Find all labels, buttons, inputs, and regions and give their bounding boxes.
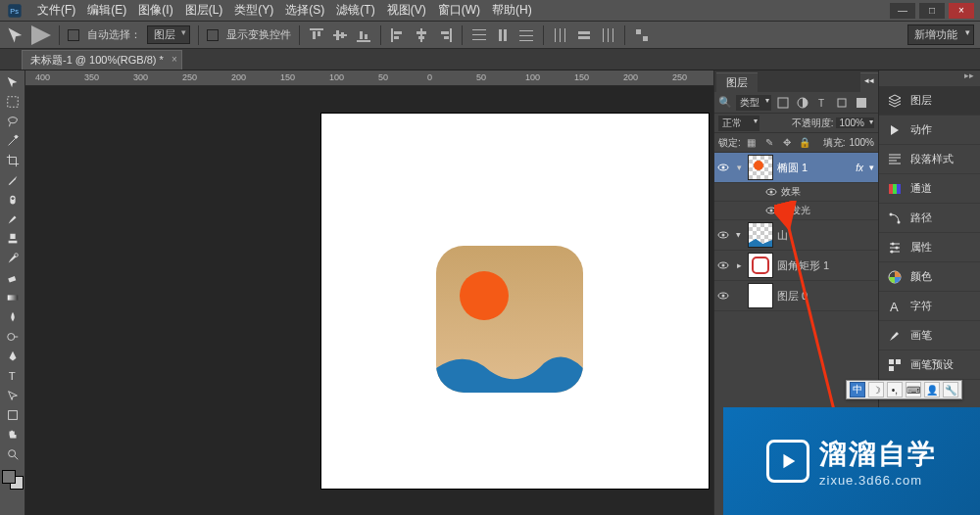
tool-pen[interactable] — [2, 347, 24, 366]
panel-icon-paragraph-styles[interactable]: 段落样式 — [879, 145, 980, 174]
expand-icon[interactable]: ▾ — [734, 163, 744, 172]
lock-all-icon[interactable]: 🔒 — [798, 136, 811, 150]
tool-stamp[interactable] — [2, 229, 24, 249]
minimize-button[interactable]: — — [890, 3, 915, 19]
filter-adjust-icon[interactable] — [795, 95, 810, 111]
layer-row-roundrect[interactable]: ▸ 圆角矩形 1 — [714, 251, 878, 281]
opacity-value[interactable]: 100% — [836, 117, 874, 128]
dist-left-icon[interactable] — [552, 26, 569, 44]
align-top-icon[interactable] — [308, 26, 325, 44]
layer-name[interactable]: 椭圆 1 — [777, 161, 852, 175]
ime-skin-icon[interactable]: 👤 — [924, 382, 940, 398]
fx-chevron-icon[interactable]: ▾ — [869, 163, 874, 172]
dist-right-icon[interactable] — [599, 26, 616, 44]
close-icon[interactable]: × — [172, 54, 177, 65]
panel-icon-properties[interactable]: 属性 — [879, 233, 980, 262]
panel-icon-layers[interactable]: 图层 — [879, 86, 980, 116]
tool-zoom[interactable] — [2, 445, 24, 464]
filter-icon[interactable]: 🔍 — [718, 96, 732, 109]
layer-row-background[interactable]: 图层 0 — [714, 281, 878, 311]
menu-filter[interactable]: 滤镜(T) — [330, 0, 380, 21]
tool-brush[interactable] — [2, 210, 24, 229]
color-swatches[interactable] — [0, 468, 24, 492]
tool-gradient[interactable] — [2, 288, 24, 307]
tool-hand[interactable] — [2, 425, 24, 445]
fx-badge[interactable]: fx — [856, 163, 863, 173]
foreground-swatch[interactable] — [2, 470, 16, 484]
tool-lasso[interactable] — [2, 112, 24, 131]
ime-punct-icon[interactable]: •, — [887, 382, 903, 398]
show-transform-checkbox[interactable] — [207, 29, 219, 41]
tool-eyedropper[interactable] — [2, 170, 24, 190]
align-vcenter-icon[interactable] — [331, 26, 349, 44]
filter-type-dropdown[interactable]: 类型 — [736, 95, 771, 111]
panel-icon-paths[interactable]: 路径 — [879, 204, 980, 233]
expand-panels-icon[interactable]: ▸▸ — [879, 70, 980, 86]
menu-select[interactable]: 选择(S) — [279, 0, 330, 21]
menu-view[interactable]: 视图(V) — [381, 0, 432, 21]
tool-heal[interactable] — [2, 190, 24, 210]
layer-thumb[interactable] — [748, 155, 773, 180]
align-left-icon[interactable] — [389, 26, 407, 44]
dist-vcenter-icon[interactable] — [494, 26, 512, 44]
document-tab[interactable]: 未标题-1 @ 100%(RGB/8) * × — [22, 50, 182, 70]
new-feature-dropdown[interactable]: 新增功能 — [907, 24, 974, 45]
tool-blur[interactable] — [2, 307, 24, 327]
layer-thumb[interactable] — [748, 283, 773, 308]
dist-top-icon[interactable] — [470, 26, 488, 44]
panel-icon-brush[interactable]: 画笔 — [879, 321, 980, 351]
lock-pixel-icon[interactable]: ✎ — [762, 136, 776, 150]
menu-image[interactable]: 图像(I) — [132, 0, 178, 21]
close-button[interactable]: × — [949, 3, 974, 19]
visibility-icon[interactable] — [716, 161, 730, 174]
blend-mode-dropdown[interactable]: 正常 — [718, 116, 760, 131]
ime-moon-icon[interactable]: ☽ — [868, 382, 884, 398]
menu-help[interactable]: 帮助(H) — [486, 0, 538, 21]
menu-layer[interactable]: 图层(L) — [179, 0, 229, 21]
lock-pos-icon[interactable]: ✥ — [780, 136, 794, 150]
filter-pixel-icon[interactable] — [775, 95, 791, 111]
tool-marquee[interactable] — [2, 92, 24, 112]
visibility-icon[interactable] — [716, 289, 730, 303]
canvas-area[interactable]: 400 350 300 250 200 150 100 50 0 50 100 … — [25, 70, 713, 515]
tool-crop[interactable] — [2, 151, 24, 170]
panel-tab-layers[interactable]: 图层 — [716, 72, 758, 92]
tool-eraser[interactable] — [2, 268, 24, 288]
visibility-icon[interactable] — [716, 258, 730, 272]
align-bottom-icon[interactable] — [355, 26, 372, 44]
visibility-icon[interactable] — [765, 186, 777, 198]
tool-wand[interactable] — [2, 131, 24, 151]
tool-dodge[interactable] — [2, 327, 24, 347]
layer-thumb[interactable] — [748, 222, 773, 248]
layer-thumb[interactable] — [748, 253, 773, 278]
ime-toolbar[interactable]: 中 ☽ •, ⌨ 👤 🔧 — [846, 380, 962, 399]
panel-icon-actions[interactable]: 动作 — [879, 116, 980, 145]
filter-smart-icon[interactable] — [854, 95, 869, 111]
layer-name[interactable]: 山 — [777, 228, 874, 243]
align-hcenter-icon[interactable] — [413, 26, 430, 44]
menu-window[interactable]: 窗口(W) — [432, 0, 486, 21]
maximize-button[interactable]: □ — [919, 3, 945, 19]
auto-align-icon[interactable] — [633, 26, 651, 44]
ime-keyboard-icon[interactable]: ⌨ — [906, 382, 921, 398]
layer-row-ellipse[interactable]: ▾ 椭圆 1 fx ▾ — [714, 153, 878, 183]
submenu-icon[interactable] — [31, 25, 51, 45]
visibility-icon[interactable] — [765, 205, 777, 216]
filter-type-icon[interactable]: T — [814, 95, 830, 111]
align-right-icon[interactable] — [436, 26, 454, 44]
layer-effect-item[interactable]: 外发光 — [714, 202, 878, 220]
panel-icon-color[interactable]: 颜色 — [879, 262, 980, 292]
menu-type[interactable]: 类型(Y) — [228, 0, 279, 21]
layer-name[interactable]: 图层 0 — [777, 289, 874, 304]
panel-icon-brush-presets[interactable]: 画笔预设 — [879, 351, 980, 380]
panel-collapse-icon[interactable]: ◂◂ — [860, 72, 878, 92]
menu-file[interactable]: 文件(F) — [31, 0, 81, 21]
auto-select-dropdown[interactable]: 图层 — [147, 25, 190, 44]
dist-bottom-icon[interactable] — [517, 26, 535, 44]
tool-history-brush[interactable] — [2, 249, 24, 268]
ime-mode-button[interactable]: 中 — [850, 382, 865, 398]
dist-hcenter-icon[interactable] — [575, 26, 593, 44]
panel-icon-character[interactable]: A字符 — [879, 292, 980, 321]
tool-type[interactable]: T — [2, 366, 24, 386]
layer-name[interactable]: 圆角矩形 1 — [777, 258, 874, 273]
